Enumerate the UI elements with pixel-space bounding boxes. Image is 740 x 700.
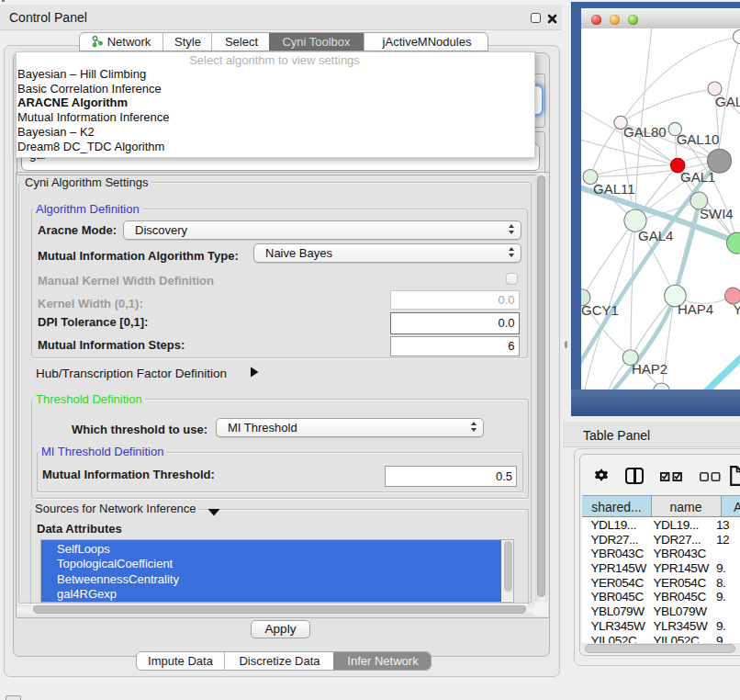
svg-text:GAL4: GAL4 — [638, 228, 673, 243]
svg-text:Y: Y — [734, 301, 740, 317]
svg-text:HAP4: HAP4 — [678, 301, 713, 317]
svg-text:GAL80: GAL80 — [623, 124, 667, 140]
svg-text:SWI4: SWI4 — [700, 206, 734, 221]
svg-text:HAP2: HAP2 — [632, 361, 667, 377]
svg-text:GAL: GAL — [715, 94, 740, 109]
svg-text:GAL11: GAL11 — [593, 181, 635, 197]
svg-text:GAL1: GAL1 — [680, 169, 715, 185]
svg-text:GAL10: GAL10 — [677, 131, 720, 147]
svg-text:GCY1: GCY1 — [581, 302, 619, 318]
